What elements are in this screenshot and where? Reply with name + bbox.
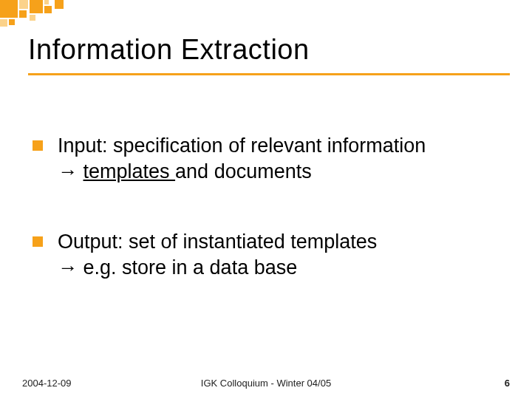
rest: e.g. store in a data base	[78, 256, 297, 279]
item-text: Output: set of instantiated templates → …	[58, 229, 377, 281]
title-underline	[28, 73, 510, 75]
corner-decoration	[0, 0, 148, 30]
list-item: Output: set of instantiated templates → …	[33, 229, 502, 281]
footer-page: 6	[505, 378, 510, 389]
page-title: Information Extraction	[28, 34, 510, 66]
arrow-icon: →	[58, 256, 78, 279]
line: Output: set of instantiated templates	[58, 231, 377, 253]
bullet-icon	[33, 236, 43, 247]
title-block: Information Extraction	[28, 34, 510, 75]
list-item: Input: specification of relevant informa…	[33, 133, 502, 185]
item-text: Input: specification of relevant informa…	[58, 133, 426, 185]
rest: and documents	[175, 160, 312, 183]
content: Input: specification of relevant informa…	[33, 133, 502, 325]
line: Input: specification of relevant informa…	[58, 134, 426, 157]
bullet-icon	[33, 140, 43, 151]
arrow-icon: →	[58, 160, 78, 183]
footer-center: IGK Colloquium - Winter 04/05	[0, 378, 532, 389]
templates-underlined: templates	[83, 160, 176, 183]
